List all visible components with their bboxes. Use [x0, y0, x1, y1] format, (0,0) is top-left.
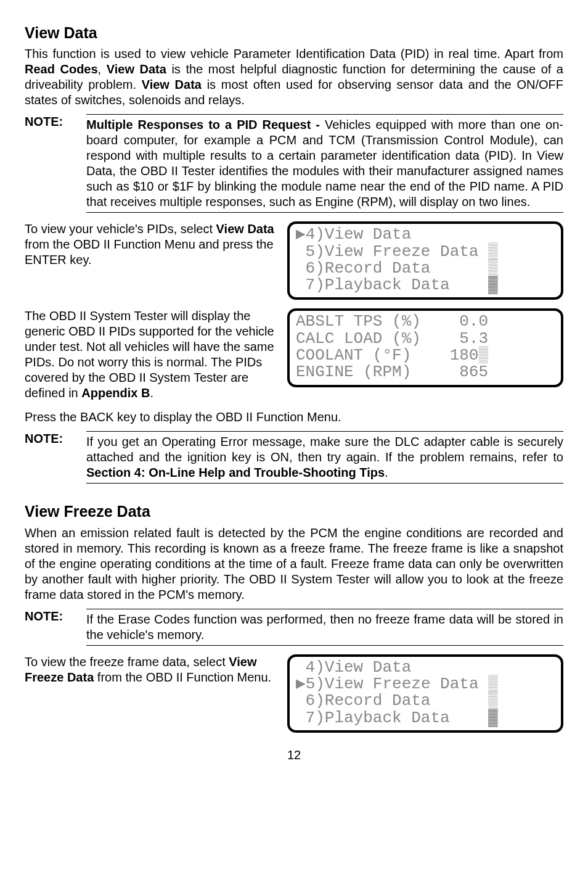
note-body: If the Erase Codes function was performe…	[86, 609, 563, 646]
lcd-line: 6)Record Data ▒	[296, 691, 498, 710]
note-label: NOTE:	[25, 609, 86, 646]
text-bold: Section 4: On-Line Help and Trouble-Shoo…	[86, 466, 385, 479]
section-heading-view-freeze-data: View Freeze Data	[25, 502, 563, 521]
text: from the OBD II Function Menu and press …	[25, 237, 274, 266]
lcd-menu-freeze: 4)View Data ▶5)View Freeze Data ▒ 6)Reco…	[287, 654, 563, 733]
lcd-line: 7)Playback Data ▓	[296, 709, 498, 727]
paragraph-select-view-data: To view your vehicle's PIDs, select View…	[25, 221, 276, 268]
lcd-line: ▶4)View Data	[296, 225, 411, 244]
page-number: 12	[25, 748, 563, 763]
note-text: Vehicles equipped with more than one on-…	[86, 118, 563, 208]
note-label: NOTE:	[25, 431, 86, 484]
text: from the OBD II Function Menu.	[94, 670, 271, 684]
text-bold: Appendix B	[81, 386, 150, 400]
text: To view the freeze frame data, select	[25, 655, 229, 669]
paragraph-select-freeze: To view the freeze frame data, select Vi…	[25, 654, 276, 685]
lcd-line: ▶5)View Freeze Data ▒	[296, 675, 498, 693]
lcd-line: COOLANT (°F) 180▒	[296, 346, 488, 364]
note-text: .	[385, 466, 388, 479]
note-operating-error: NOTE: If you get an Operating Error mess…	[25, 431, 563, 484]
lcd-line: ENGINE (RPM) 865	[296, 363, 488, 381]
lcd-line: 6)Record Data ▒	[296, 259, 498, 278]
text-bold: Read Codes	[25, 62, 98, 76]
lcd-line: ABSLT TPS (%) 0.0	[296, 312, 488, 331]
text: This function is used to view vehicle Pa…	[25, 47, 563, 60]
lcd-menu-view-data: ▶4)View Data 5)View Freeze Data ▒ 6)Reco…	[287, 221, 563, 300]
lcd-pid-list: ABSLT TPS (%) 0.0 CALC LOAD (%) 5.3 COOL…	[287, 308, 563, 387]
note-erase-codes: NOTE: If the Erase Codes function was pe…	[25, 609, 563, 646]
note-text: If you get an Operating Error message, m…	[86, 435, 563, 464]
text-bold: View Data	[107, 62, 166, 76]
view-data-intro: This function is used to view vehicle Pa…	[25, 46, 563, 108]
paragraph-generic-pids: The OBD II System Tester will display th…	[25, 308, 276, 401]
lcd-line: 7)Playback Data ▓	[296, 276, 498, 294]
lcd-line: 4)View Data	[296, 658, 411, 677]
note-body: If you get an Operating Error message, m…	[86, 431, 563, 484]
text: To view your vehicle's PIDs, select	[25, 222, 216, 236]
note-body: Multiple Responses to a PID Request - Ve…	[86, 114, 563, 213]
lcd-line: 5)View Freeze Data ▒	[296, 242, 498, 261]
section-heading-view-data: View Data	[25, 23, 563, 43]
lcd-line: CALC LOAD (%) 5.3	[296, 329, 488, 348]
text-bold: View Data	[142, 78, 202, 91]
freeze-intro: When an emission related fault is detect…	[25, 525, 563, 603]
paragraph-press-back: Press the BACK key to display the OBD II…	[25, 410, 563, 425]
note-label: NOTE:	[25, 114, 86, 213]
note-multiple-responses: NOTE: Multiple Responses to a PID Reques…	[25, 114, 563, 213]
note-title: Multiple Responses to a PID Request -	[86, 118, 325, 131]
text-bold: View Data	[216, 222, 274, 236]
text: ,	[98, 62, 107, 76]
text: .	[150, 386, 153, 400]
